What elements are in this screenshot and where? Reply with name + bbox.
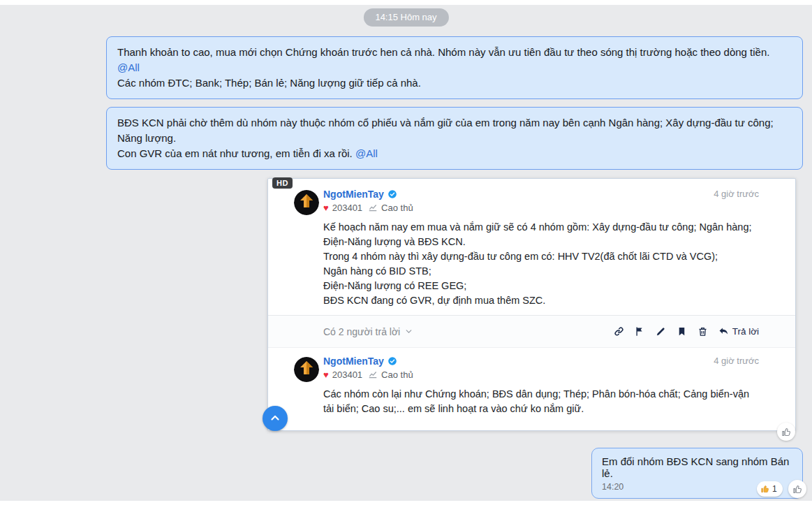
post-toolbar: Trả lời: [614, 326, 759, 337]
like-button[interactable]: [777, 423, 795, 441]
top-edge: [0, 0, 812, 5]
post-content-line: Kế hoạch năm nay em mua và nắm giữ sẽ có…: [323, 220, 759, 249]
scroll-top-button[interactable]: [263, 406, 288, 431]
flag-icon[interactable]: [635, 326, 645, 337]
reply-button[interactable]: Trả lời: [718, 326, 759, 337]
thumbs-up-icon: [760, 484, 770, 494]
trash-icon[interactable]: [697, 326, 708, 337]
post-actions-bar: Có 2 người trả lời: [268, 315, 795, 348]
heart-icon: ♥: [323, 203, 329, 212]
verified-icon: [387, 356, 397, 366]
thumbs-up-icon: [792, 484, 803, 495]
message-text: Em đổi nhóm BĐS KCN sang nhóm Bán lẻ.: [602, 455, 792, 479]
chevron-down-icon: [404, 327, 413, 336]
rank-label: Cao thủ: [381, 369, 413, 380]
replies-toggle-label: Có 2 người trả lời: [323, 326, 400, 337]
reaction-pill[interactable]: 1: [757, 481, 783, 497]
post-content-line: Ngân hàng có BID STB;: [323, 264, 759, 279]
likes-count: 203401: [332, 203, 362, 213]
message-text: Thanh khoản to cao, mua mới chọn Chứng k…: [117, 45, 792, 60]
bookmark-icon[interactable]: [677, 326, 687, 337]
post-content-line: BĐS KCN đang có GVR, dự định mua thêm SZ…: [323, 293, 759, 308]
message-text: Con GVR của em nát như tương, em tiễn đi…: [117, 147, 355, 159]
rank-label: Cao thủ: [381, 203, 413, 213]
hd-badge: HD: [272, 177, 293, 189]
time-divider-pill: 14:15 Hôm nay: [363, 8, 448, 27]
post-content: Kế hoạch năm nay em mua và nắm giữ sẽ có…: [323, 220, 759, 308]
like-button[interactable]: [788, 480, 806, 498]
message-text: Các nhóm ĐTC; Bank; Thép; Bán lẻ; Năng l…: [117, 75, 792, 91]
post-timestamp: 4 giờ trước: [714, 189, 759, 199]
post-username[interactable]: NgotMienTay: [323, 189, 397, 200]
reply-label: Trả lời: [732, 326, 759, 337]
incoming-bubble-2: BĐS KCN phải chờ thêm dù nhóm này thuộc …: [106, 107, 803, 170]
forum-post: NgotMienTay 4 giờ trước ♥ 203401 Cao thủ…: [268, 188, 795, 308]
rank-chart-icon: [368, 369, 378, 379]
post-content: Các nhóm còn lại như Chứng khoán; BĐS dâ…: [323, 387, 759, 416]
edit-icon[interactable]: [656, 326, 666, 337]
likes-count: 203401: [332, 369, 362, 380]
post-timestamp: 4 giờ trước: [714, 356, 759, 366]
link-icon[interactable]: [614, 326, 624, 337]
replies-toggle[interactable]: Có 2 người trả lời: [323, 326, 413, 337]
post-content-line: Điện-Năng lượng có REE GEG;: [323, 279, 759, 293]
mention-link[interactable]: @All: [117, 61, 140, 73]
thumbs-up-icon: [781, 427, 792, 437]
post-username[interactable]: NgotMienTay: [323, 356, 397, 367]
rank-chart-icon: [368, 203, 378, 212]
reply-icon: [718, 326, 729, 337]
mention-link[interactable]: @All: [355, 147, 378, 159]
chat-screen: 14:15 Hôm nay Thanh khoản to cao, mua mớ…: [0, 0, 812, 505]
username-text: NgotMienTay: [323, 356, 384, 367]
reaction-count: 1: [772, 484, 777, 494]
avatar[interactable]: [294, 357, 319, 382]
embed-card: HD NgotMienTay 4 giờ trước ♥ 203401 Cao …: [267, 178, 796, 431]
verified-icon: [387, 189, 397, 199]
chevron-up-icon: [269, 412, 281, 425]
avatar[interactable]: [294, 190, 319, 215]
message-text: BĐS KCN phải chờ thêm dù nhóm này thuộc …: [117, 115, 792, 146]
post-content-line: Các nhóm còn lại như Chứng khoán; BĐS dâ…: [323, 387, 759, 416]
username-text: NgotMienTay: [323, 189, 384, 200]
heart-icon: ♥: [323, 370, 329, 379]
incoming-bubble-1: Thanh khoản to cao, mua mới chọn Chứng k…: [106, 36, 803, 99]
forum-post: NgotMienTay 4 giờ trước ♥ 203401 Cao thủ…: [268, 355, 795, 416]
post-content-line: Trong 4 nhóm này thì xây dựng-đầu tư côn…: [323, 249, 759, 264]
bottom-edge: [0, 501, 812, 505]
